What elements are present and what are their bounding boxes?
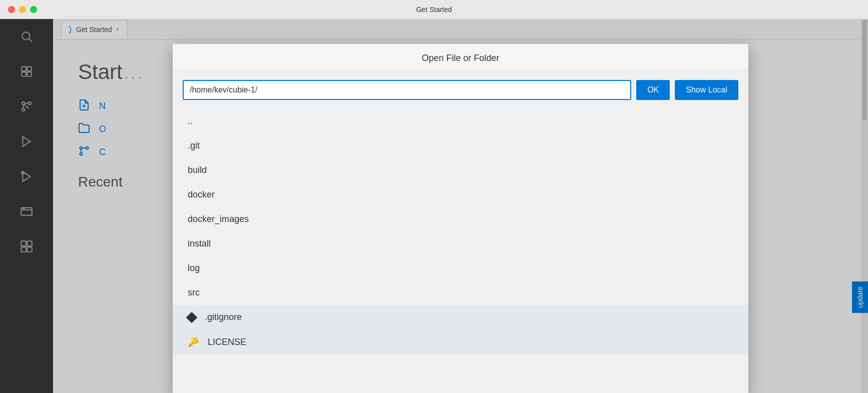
debug-activity-icon[interactable]: [14, 164, 39, 189]
file-name: log: [188, 263, 200, 274]
path-input[interactable]: [183, 80, 631, 100]
svg-rect-3: [27, 66, 32, 71]
file-name: build: [188, 165, 207, 176]
file-item[interactable]: build: [173, 158, 748, 182]
search-activity-icon[interactable]: [14, 24, 39, 49]
file-name: LICENSE: [208, 337, 246, 348]
activity-bar: [0, 19, 53, 393]
file-name: ..: [188, 116, 193, 126]
close-button[interactable]: [8, 6, 15, 13]
file-item[interactable]: .git: [173, 134, 748, 158]
extensions-activity-icon[interactable]: [14, 234, 39, 259]
file-item[interactable]: install: [173, 232, 748, 256]
license-icon: 🔑: [188, 336, 199, 348]
ok-button[interactable]: OK: [636, 80, 670, 100]
file-item[interactable]: ..: [173, 109, 748, 134]
title-bar: Get Started: [0, 0, 868, 19]
file-name: .gitignore: [205, 312, 242, 322]
svg-marker-9: [23, 136, 30, 146]
file-item[interactable]: docker_images: [173, 207, 748, 232]
window-title: Get Started: [416, 6, 452, 14]
maximize-button[interactable]: [30, 6, 37, 13]
file-item[interactable]: src: [173, 280, 748, 305]
svg-rect-16: [27, 241, 32, 246]
svg-rect-5: [27, 72, 32, 76]
file-name: src: [188, 288, 200, 298]
file-item[interactable]: docker: [173, 182, 748, 207]
editor-area: ⟩ Get Started × Start… N: [53, 19, 868, 393]
remote-activity-icon[interactable]: [14, 199, 39, 224]
svg-point-0: [22, 32, 30, 40]
traffic-lights: [8, 6, 37, 13]
svg-point-8: [22, 108, 25, 111]
modal-toolbar: OK Show Local: [173, 71, 748, 109]
minimize-button[interactable]: [19, 6, 26, 13]
svg-rect-17: [21, 247, 26, 252]
run-activity-icon[interactable]: [14, 129, 39, 154]
source-control-activity-icon[interactable]: [14, 94, 39, 119]
file-name: docker_images: [188, 214, 249, 224]
file-item[interactable]: .gitignore: [173, 305, 748, 330]
file-name: install: [188, 238, 211, 249]
open-file-modal: Open File or Folder OK Show Local ...git…: [173, 44, 748, 393]
svg-rect-18: [27, 247, 32, 252]
svg-rect-12: [21, 208, 32, 215]
svg-rect-2: [22, 66, 26, 71]
svg-point-7: [29, 102, 31, 104]
file-name: .git: [188, 140, 200, 151]
gitignore-icon: [186, 312, 198, 323]
svg-point-6: [22, 102, 25, 104]
show-local-button[interactable]: Show Local: [675, 80, 738, 100]
file-item[interactable]: log: [173, 256, 748, 280]
explorer-activity-icon[interactable]: [14, 59, 39, 84]
svg-point-14: [24, 208, 25, 210]
svg-rect-15: [21, 241, 26, 246]
modal-overlay: Open File or Folder OK Show Local ...git…: [53, 19, 868, 393]
svg-line-1: [29, 39, 32, 42]
file-name: docker: [188, 190, 215, 200]
file-list: ...gitbuilddockerdocker_imagesinstalllog…: [173, 109, 748, 354]
vscode-container: ⟩ Get Started × Start… N: [0, 19, 868, 393]
modal-title: Open File or Folder: [421, 53, 499, 63]
file-item[interactable]: 🔑LICENSE: [173, 330, 748, 354]
modal-header: Open File or Folder: [173, 44, 748, 71]
svg-rect-4: [22, 72, 26, 76]
